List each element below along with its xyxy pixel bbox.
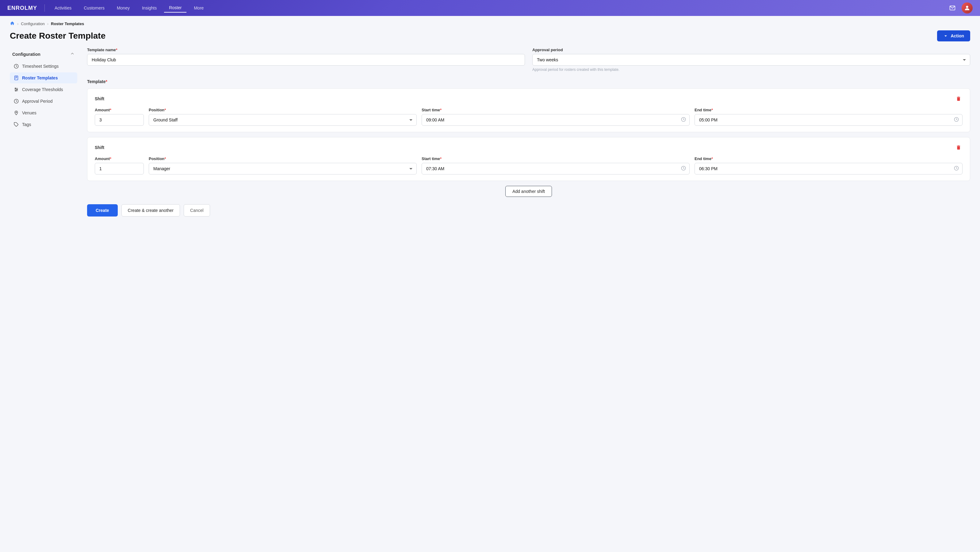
shift-1-end-time-input[interactable] — [695, 114, 963, 126]
shift-2-position-group: Position* Ground Staff Manager — [149, 156, 417, 175]
shift-2-amount-label: Amount* — [95, 156, 144, 161]
document-icon — [13, 75, 19, 81]
approval-period-group: Approval period One week Two weeks Three… — [532, 48, 970, 72]
nav-more[interactable]: More — [189, 4, 208, 12]
shift-card-2-header: Shift — [95, 143, 963, 151]
template-name-group: Template name* — [87, 48, 525, 72]
main-content: Template name* Approval period One week … — [77, 48, 970, 216]
avatar[interactable] — [962, 2, 973, 13]
shift-1-position-wrapper: Ground Staff Manager — [149, 114, 417, 126]
layout: Configuration Timesheet Settings Roster … — [0, 48, 980, 226]
shift-2-start-time-group: Start time* — [422, 156, 690, 175]
shift-2-end-time-group: End time* — [695, 156, 963, 175]
cancel-button[interactable]: Cancel — [184, 204, 210, 216]
nav-customers[interactable]: Customers — [79, 4, 110, 12]
tag-icon — [13, 122, 19, 127]
delete-shift-1-button[interactable] — [955, 95, 963, 103]
nav-roster[interactable]: Roster — [164, 3, 186, 13]
create-another-button[interactable]: Create & create another — [121, 204, 180, 216]
nav-activities[interactable]: Activities — [50, 4, 76, 12]
shift-card-1-header: Shift — [95, 95, 963, 103]
page-title: Create Roster Template — [10, 31, 105, 41]
shift-1-start-time-input[interactable] — [422, 114, 690, 126]
nav-money[interactable]: Money — [112, 4, 135, 12]
footer-buttons: Create Create & create another Cancel — [87, 204, 970, 216]
sidebar-item-tags[interactable]: Tags — [10, 119, 77, 130]
add-shift-row: Add another shift — [87, 186, 970, 197]
approval-period-select-wrapper: One week Two weeks Three weeks Four week… — [532, 54, 970, 66]
shift-2-end-time-wrapper — [695, 163, 963, 175]
shift-2-end-time-input[interactable] — [695, 163, 963, 175]
create-button[interactable]: Create — [87, 204, 118, 216]
sidebar-item-coverage-thresholds[interactable]: Coverage Thresholds — [10, 84, 77, 95]
breadcrumb-sep-2: › — [47, 21, 48, 26]
logo: ENROLMY — [7, 5, 37, 11]
sidebar-item-approval-period[interactable]: Approval Period — [10, 96, 77, 107]
sidebar: Configuration Timesheet Settings Roster … — [10, 48, 77, 216]
shift-1-amount-label: Amount* — [95, 108, 144, 112]
template-name-label: Template name* — [87, 48, 525, 52]
breadcrumb: › Configuration › Roster Templates — [0, 16, 980, 28]
shift-1-end-time-group: End time* — [695, 108, 963, 126]
shift-1-amount-group: Amount* — [95, 108, 144, 126]
approval-period-hint: Approval period for rosters created with… — [532, 67, 970, 72]
approval-period-select[interactable]: One week Two weeks Three weeks Four week… — [532, 54, 970, 66]
sidebar-section-header: Configuration — [10, 50, 77, 61]
shift-1-end-time-wrapper — [695, 114, 963, 126]
sidebar-section-title: Configuration — [12, 52, 40, 57]
shift-1-title: Shift — [95, 96, 104, 101]
clock-outline-icon — [13, 99, 19, 104]
shift-1-start-time-group: Start time* — [422, 108, 690, 126]
form-row-top: Template name* Approval period One week … — [87, 48, 970, 72]
home-link[interactable] — [10, 21, 15, 27]
breadcrumb-configuration[interactable]: Configuration — [21, 21, 45, 26]
shift-1-amount-input[interactable] — [95, 114, 144, 126]
sidebar-item-venues[interactable]: Venues — [10, 107, 77, 118]
shift-1-end-time-label: End time* — [695, 108, 963, 112]
template-name-input[interactable] — [87, 54, 525, 66]
sidebar-item-roster-templates[interactable]: Roster Templates — [10, 72, 77, 83]
shift-1-start-time-label: Start time* — [422, 108, 690, 112]
navigation: ENROLMY Activities Customers Money Insig… — [0, 0, 980, 16]
shift-2-end-time-label: End time* — [695, 156, 963, 161]
nav-divider — [45, 4, 45, 12]
action-button[interactable]: Action — [937, 30, 970, 41]
shift-2-start-time-input[interactable] — [422, 163, 690, 175]
inbox-icon-button[interactable] — [947, 2, 958, 13]
delete-shift-2-button[interactable] — [955, 143, 963, 151]
shift-1-position-select[interactable]: Ground Staff Manager — [149, 114, 417, 126]
shift-1-fields: Amount* Position* Ground Staff Manager — [95, 108, 963, 126]
svg-point-10 — [15, 88, 16, 89]
shift-2-start-time-label: Start time* — [422, 156, 690, 161]
shift-card-2: Shift Amount* Position* — [87, 137, 970, 181]
shift-2-start-time-wrapper — [422, 163, 690, 175]
svg-point-1 — [966, 6, 968, 8]
shift-2-amount-input[interactable] — [95, 163, 144, 175]
breadcrumb-current: Roster Templates — [51, 21, 84, 26]
nav-insights[interactable]: Insights — [137, 4, 162, 12]
approval-period-label: Approval period — [532, 48, 970, 52]
sidebar-collapse-icon[interactable] — [70, 51, 75, 57]
shift-2-position-label: Position* — [149, 156, 417, 161]
shift-1-position-group: Position* Ground Staff Manager — [149, 108, 417, 126]
location-icon — [13, 110, 19, 116]
shift-2-title: Shift — [95, 145, 104, 150]
shift-1-position-label: Position* — [149, 108, 417, 112]
svg-point-14 — [16, 111, 17, 113]
sidebar-item-timesheet-settings[interactable]: Timesheet Settings — [10, 61, 77, 72]
breadcrumb-sep-1: › — [17, 21, 18, 26]
sliders-icon — [13, 87, 19, 92]
shift-1-start-time-wrapper — [422, 114, 690, 126]
clock-icon — [13, 64, 19, 69]
add-shift-button[interactable]: Add another shift — [505, 186, 552, 197]
svg-rect-3 — [15, 76, 18, 80]
template-required-star: * — [105, 79, 107, 84]
page-header: Create Roster Template Action — [0, 28, 980, 48]
svg-point-12 — [15, 91, 16, 91]
shift-2-fields: Amount* Position* Ground Staff Manager — [95, 156, 963, 175]
shift-2-position-wrapper: Ground Staff Manager — [149, 163, 417, 175]
svg-point-11 — [17, 89, 18, 90]
shift-2-position-select[interactable]: Ground Staff Manager — [149, 163, 417, 175]
nav-icons — [947, 2, 973, 13]
shift-card-1: Shift Amount* Position* — [87, 88, 970, 132]
